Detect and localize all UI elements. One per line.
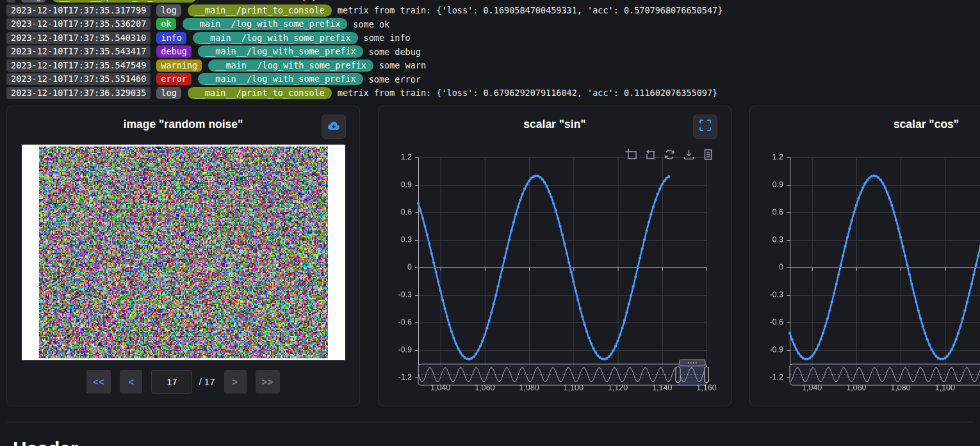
image-card-title: image "random noise" <box>7 106 359 142</box>
sin-card-title: scalar "sin" <box>379 106 731 142</box>
image-pagination: << < / 17 > >> <box>7 370 359 394</box>
log-module-badge: __main__/log_with_some_prefix <box>198 73 363 85</box>
next-page-button[interactable]: > <box>224 370 247 394</box>
log-row: 2023-12-10T17:37:35.317799 log __main__/… <box>6 4 723 18</box>
restore-icon[interactable] <box>664 148 676 161</box>
log-message: some ok <box>353 19 389 29</box>
log-level-badge: error <box>156 73 192 85</box>
sin-chart-canvas[interactable] <box>379 145 732 401</box>
log-level-badge: warning <box>156 60 202 72</box>
scalar-cos-card: scalar "cos" <box>749 106 980 406</box>
first-page-button[interactable]: << <box>86 370 111 394</box>
log-row: 2023-12-10T17:37:35.540310 info __main__… <box>6 31 723 45</box>
log-level-badge: log <box>156 87 181 99</box>
log-module-badge: __main__/log_with_some_prefix <box>208 60 373 72</box>
log-message: metrix from train: {'loss': 0.1690584700… <box>338 5 723 15</box>
log-timestamp: 2023-12-10T17:37:35.551460 <box>6 73 151 85</box>
chart-toolbox <box>625 148 714 161</box>
log-timestamp: 2023-12-10T17:37:35.536207 <box>6 18 151 30</box>
page-number-input[interactable] <box>151 370 192 394</box>
log-row: 2023-12-10T17:37:35.536207 ok __main__/l… <box>6 17 723 31</box>
save-image-icon[interactable] <box>683 148 695 161</box>
prev-page-button[interactable]: < <box>120 370 142 394</box>
log-timestamp <box>6 0 15 3</box>
cos-chart-canvas[interactable] <box>750 145 980 401</box>
log-message: metrix from train: {'loss': 0.6796292079… <box>338 88 717 98</box>
sin-expand-button[interactable] <box>693 115 717 139</box>
data-view-icon[interactable] <box>702 148 714 161</box>
log-module-badge: __main__/print_to_console <box>188 4 332 17</box>
log-timestamp: 2023-12-10T17:37:36.329035 <box>6 87 151 99</box>
log-console: log __main__/print_to_console metrix fro… <box>6 0 723 100</box>
random-noise-image <box>39 147 328 358</box>
cloud-download-icon <box>327 120 341 134</box>
log-module-badge: __main__/log_with_some_prefix <box>193 32 358 44</box>
zoom-select-icon[interactable] <box>625 148 637 161</box>
widgets-row: image "random noise" << < / 17 > >> scal… <box>6 106 980 406</box>
log-message: some warn <box>379 60 426 70</box>
expand-icon <box>699 120 711 134</box>
log-row: 2023-12-10T17:37:35.547549 warning __mai… <box>6 59 723 73</box>
log-row: 2023-12-10T17:37:36.329035 log __main__/… <box>6 86 723 100</box>
image-card: image "random noise" << < / 17 > >> <box>6 106 360 406</box>
cos-card-title: scalar "cos" <box>750 106 980 142</box>
section-divider <box>6 422 974 422</box>
log-timestamp: 2023-12-10T17:37:35.317799 <box>6 4 151 17</box>
scalar-sin-card: scalar "sin" <box>378 106 731 406</box>
log-module-badge: __main__/log_with_some_prefix <box>183 18 348 30</box>
section-heading: Header <box>13 439 78 446</box>
log-level-badge: ok <box>156 18 176 30</box>
log-timestamp: 2023-12-10T17:37:35.540310 <box>6 32 151 44</box>
log-timestamp: 2023-12-10T17:37:35.543417 <box>6 45 151 58</box>
log-message: some info <box>364 33 411 43</box>
image-figure <box>22 145 345 360</box>
last-page-button[interactable]: >> <box>256 370 280 394</box>
log-message: some error <box>369 74 421 84</box>
log-level-badge: debug <box>156 45 192 58</box>
log-row: 2023-12-10T17:37:35.551460 error __main_… <box>6 72 723 86</box>
log-message: some debug <box>369 47 421 57</box>
log-module-badge: __main__/log_with_some_prefix <box>198 45 363 58</box>
log-module-badge: __main__/print_to_console <box>52 0 196 3</box>
log-level-badge: log <box>21 0 45 3</box>
log-row: 2023-12-10T17:37:35.543417 debug __main_… <box>6 45 723 59</box>
log-level-badge: info <box>156 32 186 44</box>
zoom-reset-icon[interactable] <box>644 148 657 161</box>
log-level-badge: log <box>156 4 181 17</box>
page-total-label: / 17 <box>199 376 215 387</box>
log-module-badge: __main__/print_to_console <box>188 87 332 99</box>
log-timestamp: 2023-12-10T17:37:35.547549 <box>6 60 151 72</box>
image-download-button[interactable] <box>322 115 346 139</box>
log-message: metrix from train: {…} <box>202 0 317 2</box>
